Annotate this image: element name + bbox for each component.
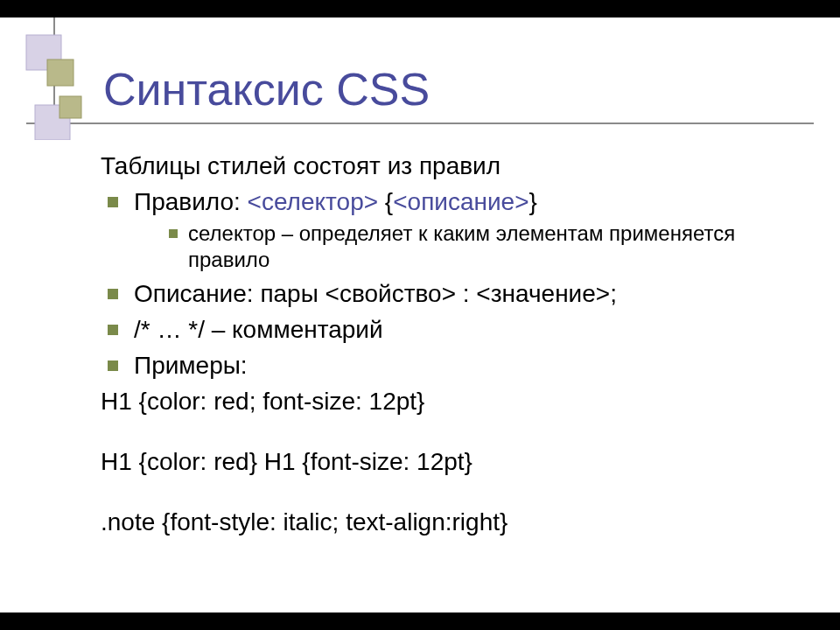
bullet-rule: Правило: <селектор> {<описание>} селекто…	[101, 186, 801, 273]
bullet-description: Описание: пары <свойство> : <значение>;	[101, 278, 801, 309]
sub-bullet-list: селектор – определяет к каким элементам …	[134, 220, 801, 273]
bullet-examples-label: Примеры:	[101, 350, 801, 381]
bullet-rule-desc: <описание>	[393, 188, 528, 215]
bullet-rule-selector: <селектор>	[248, 188, 378, 215]
bullet-list: Правило: <селектор> {<описание>} селекто…	[101, 186, 801, 381]
bullet-rule-pre: Правило:	[134, 188, 248, 215]
bullet-rule-mid: {	[378, 188, 393, 215]
slide: Синтаксис CSS Таблицы стилей состоят из …	[0, 18, 840, 612]
slide-title: Синтаксис CSS	[103, 63, 430, 116]
example-1: H1 {color: red; font-size: 12pt}	[101, 386, 801, 416]
bottom-shadow	[0, 612, 840, 630]
sub-bullet-selector-def: селектор – определяет к каким элементам …	[134, 220, 801, 273]
svg-rect-4	[35, 105, 70, 140]
example-2: H1 {color: red} H1 {font-size: 12pt}	[101, 446, 801, 477]
bullet-comment: /* … */ – комментарий	[101, 314, 801, 345]
svg-rect-5	[60, 96, 81, 118]
bullet-rule-post: }	[529, 188, 537, 215]
slide-content: Таблицы стилей состоят из правил Правило…	[101, 150, 801, 537]
svg-rect-2	[26, 35, 61, 70]
example-3: .note {font-style: italic; text-align:ri…	[101, 507, 801, 537]
intro-text: Таблицы стилей состоят из правил	[101, 150, 801, 181]
svg-rect-3	[47, 60, 74, 86]
